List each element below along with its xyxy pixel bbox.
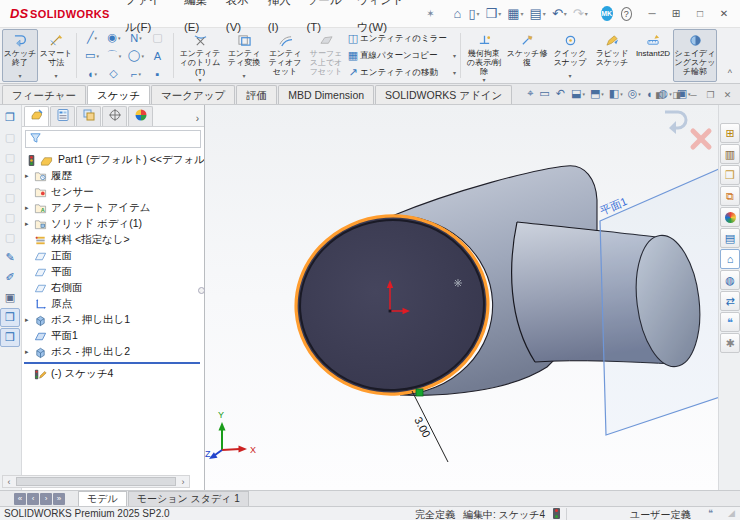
tree-item-right-plane[interactable]: 右側面	[22, 280, 204, 296]
expand-arrow-icon[interactable]: ▸	[25, 172, 34, 180]
featuremanager-tab[interactable]	[24, 106, 49, 126]
previous-view-icon[interactable]: ↶	[554, 87, 568, 100]
user-avatar[interactable]: MK	[601, 6, 613, 21]
dropdown-caret-icon[interactable]: ▾	[138, 71, 141, 77]
linear-pattern-button[interactable]: ▦直線パターンコピー▾	[346, 47, 458, 64]
dropdown-caret-icon[interactable]: ▾	[582, 91, 585, 97]
doc-minimize-icon[interactable]: ─	[685, 90, 702, 100]
minimize-button[interactable]: ─	[640, 1, 664, 27]
scroll-first-button[interactable]: «	[14, 493, 26, 505]
tab-sketch[interactable]: スケッチ	[87, 85, 150, 104]
selected-sketch-point[interactable]	[416, 389, 423, 396]
model-tab[interactable]: モデル	[78, 491, 127, 506]
tab-solidworks-addins[interactable]: SOLIDWORKS アドイン	[375, 85, 512, 104]
view-orientation-icon[interactable]: ⬒▾	[588, 87, 606, 100]
pin-menu-icon[interactable]: ✶	[420, 8, 440, 19]
print-icon[interactable]: ▤▾	[527, 3, 549, 25]
comment-icon[interactable]: ❝	[708, 508, 713, 518]
sketch-plane-tool[interactable]: ▢	[147, 29, 169, 47]
display-style-icon[interactable]: ◧▾	[607, 87, 625, 100]
maximize-button[interactable]: □	[688, 1, 712, 27]
dropdown-caret-icon[interactable]: ▾	[118, 35, 121, 41]
hide-show-items-icon[interactable]: ◎▾	[626, 87, 643, 100]
pane-right-icon[interactable]: ◨	[668, 90, 685, 100]
tree-item-history[interactable]: ▸ 履歴	[22, 168, 204, 184]
expand-arrow-icon[interactable]: ▸	[25, 220, 34, 228]
new-document-icon[interactable]: ▯▾	[465, 3, 482, 25]
dropdown-caret-icon[interactable]: ▾	[242, 73, 245, 81]
expand-arrow-icon[interactable]: ▸	[25, 204, 34, 212]
appearances-icon[interactable]	[720, 207, 740, 227]
tab-mbd-dimension[interactable]: MBD Dimension	[278, 85, 374, 104]
dropdown-caret-icon[interactable]: ▾	[139, 35, 142, 41]
rollback-bar[interactable]	[24, 362, 200, 364]
ghost-cube-3-icon[interactable]: ▢	[0, 168, 20, 187]
3d-content-central-icon[interactable]: ◍	[720, 270, 740, 290]
dropdown-caret-icon[interactable]: ▾	[543, 10, 546, 17]
rectangle-tool[interactable]: ▭▾	[81, 47, 103, 65]
expand-arrow-icon[interactable]: ▸	[25, 316, 34, 324]
motion-study-tab[interactable]: モーション スタディ 1	[128, 491, 249, 506]
tree-item-origin[interactable]: 原点	[22, 296, 204, 312]
point-tool[interactable]: ▪	[147, 65, 169, 83]
tab-features[interactable]: フィーチャー	[2, 85, 86, 104]
file-explorer-icon[interactable]: ❒	[720, 165, 740, 185]
slot-tool[interactable]: ◖▾	[81, 65, 103, 83]
ribbon-collapse-icon[interactable]: ^	[728, 68, 740, 82]
folder-paste-icon[interactable]: ❒	[0, 328, 20, 347]
xpress-products-icon[interactable]: ⇄	[720, 291, 740, 311]
open-icon[interactable]: ❒▾	[483, 3, 505, 25]
convert-entities-button[interactable]: エンティティ変換 ▾	[224, 29, 264, 82]
units-caret-icon[interactable]: ▴	[686, 508, 690, 516]
sketch-tool-icon[interactable]: ✎	[0, 248, 20, 267]
configurationmanager-tab[interactable]	[76, 106, 101, 126]
tree-filter-bar[interactable]	[25, 130, 201, 148]
repair-sketch-button[interactable]: スケッチ修復	[505, 29, 549, 82]
tree-item-annotations[interactable]: ▸ A アノテート アイテム	[22, 200, 204, 216]
tree-item-boss-extrude2[interactable]: ▸ ボス - 押し出し2	[22, 344, 204, 360]
home-icon[interactable]: ⌂	[451, 3, 466, 25]
dropdown-caret-icon[interactable]: ▾	[54, 73, 57, 81]
dropdown-caret-icon[interactable]: ▾	[477, 10, 480, 17]
dropdown-caret-icon[interactable]: ▾	[95, 35, 98, 41]
monitor-icon[interactable]: ▣	[0, 288, 20, 307]
exit-sketch-button[interactable]: スケッチ終了 ▾	[2, 29, 38, 82]
zoom-area-icon[interactable]: ▭	[537, 87, 552, 100]
panel-expand-icon[interactable]: ›	[196, 113, 204, 126]
close-button[interactable]: ✕	[712, 1, 736, 27]
display-relations-button[interactable]: 幾何拘束の表示/削除 ▾	[463, 29, 505, 82]
dimxpertmanager-tab[interactable]	[102, 106, 127, 126]
circle-tool[interactable]: ◉▾	[103, 29, 125, 47]
sw-resources-icon[interactable]: ⊞	[720, 123, 740, 143]
tree-item-plane1[interactable]: 平面1	[22, 328, 204, 344]
move-entities-button[interactable]: ↗エンティティの移動▾	[346, 64, 458, 81]
scrollbar-left-icon[interactable]: ‹	[3, 477, 15, 487]
expand-arrow-icon[interactable]: ▸	[25, 348, 34, 356]
dropdown-caret-icon[interactable]: ▾	[95, 71, 98, 77]
ellipse-tool[interactable]: ◯▾	[125, 47, 147, 65]
help-icon[interactable]: ?	[621, 7, 632, 21]
trim-entities-button[interactable]: エンティティのトリム(T) ▾	[176, 29, 224, 82]
dropdown-caret-icon[interactable]: ▾	[498, 10, 501, 17]
view-palette-icon[interactable]: ⧉	[720, 186, 740, 206]
ghost-cube-1-icon[interactable]: ▢	[0, 128, 20, 147]
dropdown-caret-icon[interactable]: ▾	[96, 53, 99, 59]
displaymanager-tab[interactable]	[128, 106, 153, 126]
pane-left-icon[interactable]: ◧	[651, 90, 668, 100]
restore-button[interactable]: ⊞	[664, 1, 688, 27]
doc-restore-icon[interactable]: ❐	[702, 90, 719, 100]
dropdown-caret-icon[interactable]: ▾	[119, 53, 122, 59]
tree-item-sensors[interactable]: センサー	[22, 184, 204, 200]
tree-item-boss-extrude1[interactable]: ▸ ボス - 押し出し1	[22, 312, 204, 328]
tree-item-material[interactable]: 材料 <指定なし>	[22, 232, 204, 248]
custom-apps-icon[interactable]: ✱	[720, 333, 740, 353]
polygon-tool[interactable]: ◇	[103, 65, 125, 83]
scrollbar-right-icon[interactable]: ›	[177, 477, 189, 487]
tree-root-part[interactable]: Part1 (デフォルト) <<デフォルト>_表示状態	[22, 152, 204, 168]
undo-icon[interactable]: ↶▾	[549, 3, 570, 25]
dropdown-caret-icon[interactable]: ▾	[620, 91, 623, 97]
fillet-tool[interactable]: ⌐▾	[125, 65, 147, 83]
mirror-entities-button[interactable]: ◫エンティティのミラー	[346, 30, 458, 47]
dropdown-caret-icon[interactable]: ▾	[18, 73, 21, 81]
folder-copy-icon[interactable]: ❒	[0, 308, 20, 327]
